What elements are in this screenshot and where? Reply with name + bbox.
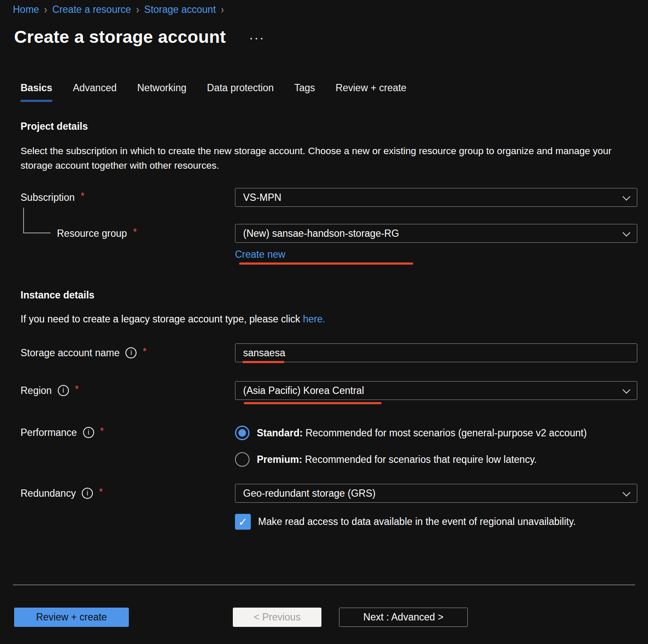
resource-group-dropdown[interactable]: (New) sansae-handson-storage-RG [235,224,637,243]
storage-account-name-field-row: Storage account name i * sansaesa [21,343,635,362]
redundancy-dropdown[interactable]: Geo-redundant storage (GRS) [235,484,637,503]
instance-details-heading: Instance details [21,289,635,301]
legacy-note-text: If you need to create a legacy storage a… [21,313,303,325]
resource-group-field-row: Resource group * (New) sansae-handson-st… [21,224,635,260]
annotation-underline [239,262,413,265]
info-icon[interactable]: i [58,385,69,396]
performance-label: Performance [21,425,77,440]
region-dropdown-value: (Asia Pacific) Korea Central [243,385,364,397]
subscription-dropdown[interactable]: VS-MPN [235,188,637,207]
context-menu-ellipsis-icon[interactable]: ··· [250,33,266,45]
breadcrumb-chevron-icon: › [221,1,224,18]
subscription-control-cell: VS-MPN [235,188,637,207]
wizard-tabs: Basics Advanced Networking Data protecti… [21,81,635,102]
breadcrumb-home[interactable]: Home [13,3,39,16]
tab-basics[interactable]: Basics [21,81,52,102]
previous-button[interactable]: < Previous [233,608,321,627]
create-storage-account-page: Home › Create a resource › Storage accou… [0,0,648,627]
resource-group-dropdown-value: (New) sansae-handson-storage-RG [243,228,399,239]
redundancy-label: Redundancy [21,484,76,503]
breadcrumb: Home › Create a resource › Storage accou… [13,3,635,16]
subscription-label: Subscription [21,188,75,207]
info-icon[interactable]: i [82,488,93,499]
performance-premium-radio[interactable]: Premium: Recommended for scenarios that … [235,452,637,467]
performance-standard-radio[interactable]: Standard: Recommended for most scenarios… [235,426,637,440]
annotation-underline [243,361,284,363]
storage-account-name-input[interactable]: sansaesa [235,343,637,362]
performance-field-row: Performance i * Standard: Recommended fo… [21,425,635,467]
redundancy-dropdown-value: Geo-redundant storage (GRS) [243,488,375,499]
radio-selected-icon [235,426,250,440]
tab-review-create[interactable]: Review + create [336,81,407,102]
resource-group-label: Resource group [57,224,127,243]
checkmark-icon: ✓ [238,516,248,528]
title-row: Create a storage account ··· [14,25,635,49]
redundancy-field-row: Redundancy i * Geo-redundant storage (GR… [21,484,635,530]
page-title: Create a storage account [14,25,226,49]
radio-unselected-icon [235,452,250,467]
next-advanced-button[interactable]: Next : Advanced > [339,608,468,627]
required-asterisk: * [99,488,103,496]
region-dropdown[interactable]: (Asia Pacific) Korea Central [235,381,637,400]
performance-radio-group: Standard: Recommended for most scenarios… [235,425,637,467]
required-asterisk: * [75,385,79,394]
breadcrumb-create-a-resource[interactable]: Create a resource [52,3,131,16]
project-details-description: Select the subscription in which to crea… [21,144,635,173]
tab-advanced[interactable]: Advanced [73,81,116,102]
project-details-heading: Project details [21,120,635,133]
subscription-label-cell: Subscription * [21,188,235,207]
tab-tags[interactable]: Tags [294,81,315,102]
chevron-down-icon [622,489,630,496]
breadcrumb-storage-account[interactable]: Storage account [144,3,216,16]
required-asterisk: * [81,192,85,200]
tree-connector-line [23,208,51,233]
tab-data-protection[interactable]: Data protection [207,81,274,102]
storage-account-name-control-cell: sansaesa [235,343,637,362]
region-field-row: Region i * (Asia Pacific) Korea Central [21,381,635,400]
footer-divider [13,584,635,585]
breadcrumb-chevron-icon: › [44,1,47,18]
tab-networking[interactable]: Networking [137,81,186,102]
storage-account-name-label-cell: Storage account name i * [21,343,235,362]
annotation-underline [244,402,381,404]
info-icon[interactable]: i [125,347,137,358]
region-control-cell: (Asia Pacific) Korea Central [235,381,637,400]
storage-account-name-value: sansaesa [243,347,285,359]
required-asterisk: * [100,427,104,435]
storage-account-name-label: Storage account name [21,343,119,362]
read-access-checkbox-label: Make read access to data available in th… [258,516,576,528]
read-access-checkbox[interactable]: ✓ [235,514,251,530]
resource-group-label-cell: Resource group * [21,224,235,243]
review-create-button[interactable]: Review + create [14,608,129,627]
footer-buttons: Review + create < Previous Next : Advanc… [14,608,635,627]
breadcrumb-chevron-icon: › [136,1,139,18]
required-asterisk: * [143,347,146,356]
chevron-down-icon [622,386,630,394]
read-access-checkbox-row: ✓ Make read access to data available in … [235,514,637,530]
performance-premium-text: Premium: Recommended for scenarios that … [257,453,537,466]
subscription-field-row: Subscription * VS-MPN [21,188,635,207]
required-asterisk: * [133,228,137,236]
legacy-storage-note: If you need to create a legacy storage a… [21,313,635,325]
subscription-dropdown-value: VS-MPN [243,192,281,203]
redundancy-control-cell: Geo-redundant storage (GRS) ✓ Make read … [235,484,637,530]
resource-group-control-cell: (New) sansae-handson-storage-RG Create n… [235,224,637,260]
redundancy-label-cell: Redundancy i * [21,484,235,503]
chevron-down-icon [622,229,630,236]
info-icon[interactable]: i [83,427,94,438]
legacy-here-link[interactable]: here. [303,313,325,325]
performance-standard-text: Standard: Recommended for most scenarios… [257,426,587,440]
region-label: Region [21,381,52,400]
region-label-cell: Region i * [21,381,235,400]
chevron-down-icon [622,193,630,200]
create-new-link[interactable]: Create new [235,249,285,260]
performance-label-cell: Performance i * [21,425,235,440]
